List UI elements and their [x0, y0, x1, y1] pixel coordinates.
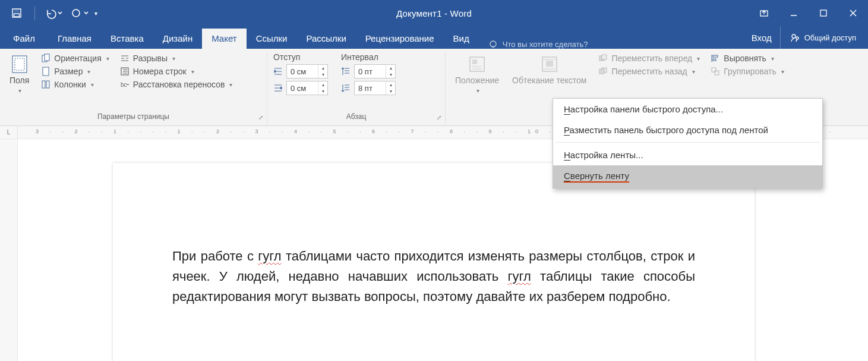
indent-header: Отступ: [273, 52, 310, 62]
svg-rect-29: [599, 69, 604, 74]
page[interactable]: При работе с гугл таблицами часто приход…: [113, 163, 755, 361]
svg-rect-2: [14, 14, 20, 17]
window-title: Документ1 - Word: [396, 8, 472, 18]
tab-view[interactable]: Вид: [444, 29, 479, 49]
share-label: Общий доступ: [804, 33, 856, 42]
tell-me[interactable]: Что вы хотите сделать?: [482, 39, 594, 49]
svg-rect-19: [46, 81, 49, 88]
menu-customize-ribbon[interactable]: Настройка ленты...: [553, 145, 822, 165]
quick-access-toolbar: ▾: [0, 4, 97, 22]
margins-button[interactable]: Поля▾: [6, 52, 33, 96]
share-button[interactable]: Общий доступ: [780, 26, 866, 49]
window-controls: [749, 0, 868, 26]
svg-rect-17: [43, 67, 49, 76]
spacing-header: Интервал: [341, 52, 378, 62]
minimize-button[interactable]: [779, 0, 809, 26]
tab-review[interactable]: Рецензирование: [356, 29, 444, 49]
svg-rect-16: [45, 54, 49, 61]
svg-rect-33: [715, 71, 719, 75]
size-button[interactable]: Размер▾: [39, 65, 111, 77]
page-setup-launcher[interactable]: ⤢: [258, 114, 263, 121]
align-button[interactable]: Выровнять▾: [708, 52, 786, 64]
send-backward-button[interactable]: Переместить назад▾: [596, 65, 702, 77]
redo-button[interactable]: [67, 4, 91, 22]
ribbon-tabs: Файл Главная Вставка Дизайн Макет Ссылки…: [0, 26, 868, 49]
tab-file[interactable]: Файл: [2, 29, 48, 49]
tab-layout[interactable]: Макет: [202, 29, 246, 49]
hyphenation-button[interactable]: bc Расстановка переносов▾: [118, 79, 235, 90]
orientation-button[interactable]: Ориентация▾: [39, 52, 111, 64]
maximize-button[interactable]: [809, 0, 838, 26]
indent-right-spinner[interactable]: 0 см▴▾: [286, 81, 328, 95]
bring-forward-button[interactable]: Переместить вперед▾: [596, 52, 702, 64]
menu-show-qat-below[interactable]: Разместить панель быстрого доступа под л…: [553, 120, 822, 140]
svg-text:bc: bc: [121, 81, 127, 88]
svg-rect-23: [472, 59, 477, 64]
svg-rect-27: [602, 55, 607, 59]
menu-customize-qat[interactable]: Настройка панели быстрого доступа...: [553, 99, 822, 120]
tell-me-placeholder: Что вы хотите сделать?: [503, 40, 588, 49]
svg-rect-6: [820, 10, 826, 16]
indent-left-spinner[interactable]: 0 см▴▾: [286, 64, 328, 79]
save-button[interactable]: [5, 4, 29, 22]
svg-rect-18: [42, 81, 45, 88]
svg-rect-31: [713, 59, 716, 61]
titlebar: ▾ Документ1 - Word: [0, 0, 868, 26]
tab-selector[interactable]: L: [0, 126, 18, 139]
ribbon-display-options[interactable]: [749, 0, 779, 26]
space-before-spinner[interactable]: 0 пт▴▾: [354, 64, 396, 79]
paragraph-launcher[interactable]: ⤢: [437, 114, 441, 121]
svg-point-11: [792, 34, 796, 38]
group-label-page-setup: Параметры страницы ⤢: [6, 110, 261, 124]
signin-link[interactable]: Вход: [743, 28, 780, 48]
svg-rect-30: [713, 55, 718, 57]
svg-rect-1: [14, 9, 19, 12]
svg-rect-25: [546, 61, 553, 67]
group-label-paragraph: Абзац ⤢: [273, 110, 439, 124]
paragraph-1[interactable]: При работе с гугл таблицами часто приход…: [172, 246, 695, 307]
svg-point-3: [72, 10, 80, 17]
space-after-spinner[interactable]: 8 пт▴▾: [354, 81, 396, 95]
close-button[interactable]: [838, 0, 868, 26]
spellerror-gugl-2[interactable]: гугл: [507, 269, 531, 284]
tab-design[interactable]: Дизайн: [153, 29, 202, 49]
spellerror-gugl-1[interactable]: гугл: [258, 249, 281, 263]
vertical-ruler[interactable]: [0, 139, 18, 361]
group-button[interactable]: Группировать▾: [708, 65, 786, 77]
tab-home[interactable]: Главная: [48, 29, 101, 49]
tab-insert[interactable]: Вставка: [101, 29, 153, 49]
tab-references[interactable]: Ссылки: [247, 29, 297, 49]
line-numbers-button[interactable]: Номера строк▾: [118, 65, 235, 77]
ribbon-context-menu: Настройка панели быстрого доступа... Раз…: [553, 98, 823, 189]
position-button[interactable]: Положение▾: [452, 52, 503, 96]
columns-button[interactable]: Колонки▾: [39, 79, 111, 90]
undo-button[interactable]: [41, 4, 65, 22]
tab-mailings[interactable]: Рассылки: [296, 29, 355, 49]
svg-rect-32: [712, 68, 716, 72]
wrap-text-button[interactable]: Обтекание текстом: [509, 52, 590, 87]
menu-collapse-ribbon[interactable]: Свернуть ленту: [553, 165, 822, 188]
breaks-button[interactable]: Разрывы▾: [118, 52, 235, 64]
svg-point-12: [796, 37, 798, 39]
